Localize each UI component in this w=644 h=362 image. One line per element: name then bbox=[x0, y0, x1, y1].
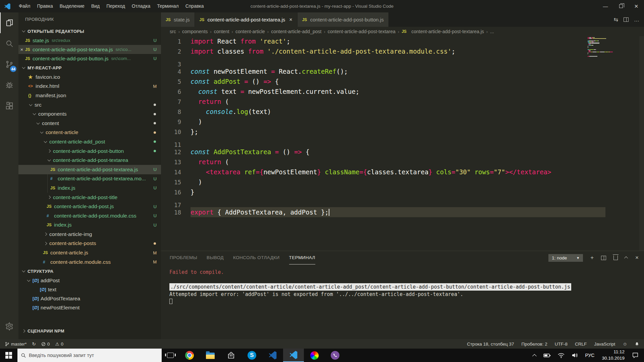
panel-tab[interactable]: КОНСОЛЬ ОТЛАДКИ bbox=[233, 251, 280, 264]
taskbar-app-store[interactable] bbox=[221, 349, 241, 362]
tree-item[interactable]: components bbox=[18, 109, 161, 119]
open-editors-header[interactable]: ОТКРЫТЫЕ РЕДАКТОРЫ bbox=[18, 26, 161, 36]
open-editor-item[interactable]: ×JScontent-article-add-post-textarea.jss… bbox=[18, 45, 161, 54]
code-area[interactable]: 1import React from 'react';2import class… bbox=[161, 36, 644, 251]
new-terminal-icon[interactable]: + bbox=[590, 254, 594, 261]
language-mode[interactable]: JavaScript bbox=[594, 342, 615, 347]
battery-indicator[interactable] bbox=[541, 349, 553, 362]
restore-button[interactable] bbox=[613, 0, 629, 12]
tree-item[interactable]: JScontent-article-add-post.jsU bbox=[18, 202, 161, 211]
split-editor-icon[interactable] bbox=[624, 17, 629, 22]
tree-item[interactable]: <>index.htmlM bbox=[18, 82, 161, 91]
menu-item[interactable]: Справка bbox=[182, 0, 207, 12]
clock[interactable]: 11:12 30.10.2019 bbox=[598, 349, 628, 362]
terminal-output[interactable]: Failed to compile. ./src/components/cont… bbox=[161, 264, 644, 305]
menu-item[interactable]: Правка bbox=[34, 0, 56, 12]
debug-view-icon[interactable] bbox=[0, 75, 18, 96]
minimap[interactable] bbox=[588, 37, 614, 57]
taskbar-search[interactable] bbox=[17, 349, 162, 362]
outline-item[interactable]: [∅]newPostElement bbox=[18, 303, 161, 312]
tree-item[interactable]: JSindex.jsU bbox=[18, 221, 161, 230]
open-editor-item[interactable]: JSstate.jssrc\reduxU bbox=[18, 36, 161, 45]
breadcrumb-item[interactable]: content-article-add-post-textarea bbox=[328, 29, 395, 34]
taskbar-app-explorer[interactable] bbox=[200, 349, 221, 362]
menu-item[interactable]: Выделение bbox=[56, 0, 88, 12]
tree-item[interactable]: content bbox=[18, 119, 161, 128]
open-changes-icon[interactable]: ⇆ bbox=[614, 16, 618, 23]
taskbar-app-colors[interactable] bbox=[304, 349, 325, 362]
editor-scrollbar[interactable] bbox=[639, 36, 644, 251]
tree-item[interactable]: #content-article.module.cssM bbox=[18, 257, 161, 267]
split-terminal-icon[interactable] bbox=[601, 256, 606, 260]
tree-item[interactable]: content-article-add_post bbox=[18, 137, 161, 146]
menu-item[interactable]: Вид bbox=[88, 0, 103, 12]
tree-item[interactable]: content-article-add-post-textarea bbox=[18, 156, 161, 165]
breadcrumb-item[interactable]: content bbox=[214, 29, 229, 34]
open-editor-item[interactable]: JScontent-article-add-post-button.jssrc\… bbox=[18, 54, 161, 63]
menu-item[interactable]: Терминал bbox=[154, 0, 182, 12]
more-actions-icon[interactable]: … bbox=[634, 17, 639, 23]
keyboard-language[interactable]: РУС bbox=[582, 349, 597, 362]
indentation[interactable]: Пробелов: 2 bbox=[522, 342, 547, 347]
tree-item[interactable]: src bbox=[18, 100, 161, 110]
eol-sequence[interactable]: CRLF bbox=[575, 342, 587, 347]
menu-item[interactable]: Файл bbox=[15, 0, 34, 12]
sync-status[interactable]: ↻ bbox=[32, 341, 36, 347]
volume-indicator[interactable] bbox=[569, 349, 581, 362]
breadcrumb-item[interactable]: ... bbox=[490, 29, 494, 34]
tree-item[interactable]: JScontent-article-add-post-textarea.jsU bbox=[18, 165, 161, 174]
menu-item[interactable]: Переход bbox=[103, 0, 128, 12]
panel-tab[interactable]: ПРОБЛЕМЫ bbox=[170, 251, 197, 264]
close-button[interactable]: ✕ bbox=[629, 0, 644, 12]
minimize-button[interactable]: — bbox=[598, 0, 613, 12]
search-input[interactable] bbox=[29, 353, 158, 358]
tree-item[interactable]: content-article-img bbox=[18, 230, 161, 239]
editor-tab[interactable]: JScontent-article-add-post-textarea.js× bbox=[195, 12, 298, 27]
search-view-icon[interactable] bbox=[0, 33, 18, 54]
project-header[interactable]: MY-REACT-APP bbox=[18, 63, 161, 72]
close-panel-icon[interactable]: × bbox=[635, 254, 639, 261]
tree-item[interactable]: content-article-add-post-button bbox=[18, 146, 161, 156]
tree-item[interactable]: #content-article-add-post.module.cssU bbox=[18, 211, 161, 221]
git-branch-status[interactable]: master* bbox=[5, 342, 27, 347]
tray-expand-chevron[interactable] bbox=[531, 349, 539, 362]
panel-tab[interactable]: ВЫВОД bbox=[207, 251, 224, 264]
editor-tab[interactable]: JSstate.js bbox=[161, 12, 195, 27]
breadcrumb-item[interactable]: components bbox=[182, 29, 208, 34]
source-control-view-icon[interactable]: 44 bbox=[0, 54, 18, 75]
npm-scripts-header[interactable]: СЦЕНАРИИ NPM bbox=[18, 326, 161, 336]
tree-item[interactable]: content-article-add-post-title bbox=[18, 193, 161, 202]
explorer-view-icon[interactable] bbox=[0, 12, 18, 33]
breadcrumb-item[interactable]: content-article bbox=[235, 29, 265, 34]
kill-terminal-icon[interactable] bbox=[613, 255, 618, 260]
editor-tab[interactable]: JScontent-article-add-post-button.js bbox=[298, 12, 389, 27]
outline-item[interactable]: [∅]text bbox=[18, 285, 161, 294]
start-button[interactable] bbox=[0, 349, 17, 362]
tree-item[interactable]: content-article bbox=[18, 128, 161, 137]
notifications-bell[interactable] bbox=[635, 342, 639, 347]
breadcrumb[interactable]: src›components›content›content-article›c… bbox=[161, 27, 644, 36]
tree-item[interactable]: {}manifest.json bbox=[18, 91, 161, 100]
taskbar-app-chrome[interactable] bbox=[179, 349, 200, 362]
feedback-smiley[interactable]: ☺ bbox=[623, 342, 627, 347]
outline-header[interactable]: СТРУКТУРА bbox=[18, 266, 161, 276]
cursor-position[interactable]: Строка 18, столбец 37 bbox=[467, 342, 514, 347]
taskbar-app-vscode[interactable] bbox=[262, 349, 283, 362]
menu-item[interactable]: Отладка bbox=[128, 0, 154, 12]
maximize-panel-icon[interactable] bbox=[624, 256, 628, 260]
taskbar-app-skype[interactable]: S bbox=[241, 349, 262, 362]
tree-item[interactable]: JScontent-article.jsM bbox=[18, 248, 161, 257]
tree-item[interactable]: JSindex.jsU bbox=[18, 183, 161, 193]
panel-tab[interactable]: ТЕРМИНАЛ bbox=[289, 251, 315, 264]
outline-item[interactable]: [∅]addPost bbox=[18, 276, 161, 285]
breadcrumb-item[interactable]: src bbox=[170, 29, 176, 34]
tree-item[interactable]: content-article-posts bbox=[18, 239, 161, 248]
tree-item[interactable]: ★favicon.ico bbox=[18, 72, 161, 82]
action-center-button[interactable] bbox=[629, 349, 641, 362]
network-indicator[interactable] bbox=[555, 349, 568, 362]
extensions-view-icon[interactable] bbox=[0, 96, 18, 116]
settings-gear-icon[interactable] bbox=[0, 318, 18, 335]
tree-item[interactable]: #content-article-add-post-textarea.mo...… bbox=[18, 174, 161, 184]
error-count[interactable]: 0 bbox=[41, 342, 50, 347]
task-view-button[interactable] bbox=[162, 349, 179, 362]
